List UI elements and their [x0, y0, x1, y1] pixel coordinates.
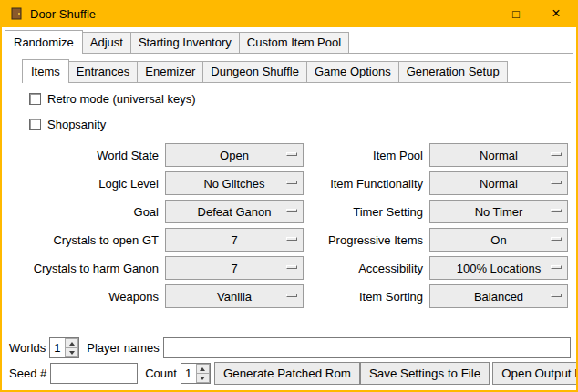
shopsanity-row: Shopsanity [29, 114, 571, 134]
tab-generation-setup[interactable]: Generation Setup [398, 61, 508, 82]
open-output-directory-button[interactable]: Open Output Directory [492, 362, 576, 385]
dropdown-indicator-icon [551, 152, 562, 156]
tab-randomize[interactable]: Randomize [5, 30, 83, 54]
spin-up-icon[interactable] [196, 364, 210, 374]
item-functionality-label: Item Functionality [308, 177, 425, 191]
tab-starting-inventory[interactable]: Starting Inventory [130, 32, 240, 53]
weapons-value: Vanilla [217, 290, 252, 304]
crystals-open-gt-label: Crystals to open GT [22, 233, 160, 247]
dropdown-indicator-icon [551, 237, 562, 241]
footer: Worlds 1 Player names Seed # Count [5, 332, 573, 387]
goal-label: Goal [22, 205, 160, 219]
item-pool-value: Normal [480, 149, 518, 162]
dropdown-indicator-icon [551, 181, 562, 184]
titlebar: Door Shuffle — □ × [2, 0, 576, 27]
window-body: Randomize Adjust Starting Inventory Cust… [2, 27, 576, 390]
item-sorting-dropdown[interactable]: Balanced [429, 284, 568, 308]
item-pool-label: Item Pool [308, 149, 425, 162]
count-stepper[interactable]: 1 [181, 363, 211, 384]
world-state-dropdown[interactable]: Open [165, 143, 304, 167]
crystals-harm-ganon-label: Crystals to harm Ganon [22, 262, 160, 275]
timer-setting-label: Timer Setting [308, 205, 425, 219]
accessibility-dropdown[interactable]: 100% Locations [429, 256, 568, 280]
logic-level-label: Logic Level [22, 177, 160, 191]
outer-tabbar: Randomize Adjust Starting Inventory Cust… [5, 30, 576, 53]
progressive-items-dropdown[interactable]: On [429, 228, 568, 252]
save-settings-button[interactable]: Save Settings to File [360, 362, 490, 385]
app-window: Door Shuffle — □ × Randomize Adjust Star… [0, 0, 578, 392]
dropdown-indicator-icon [286, 152, 297, 156]
randomize-pane: Items Entrances Enemizer Dungeon Shuffle… [5, 53, 573, 387]
goal-value: Defeat Ganon [198, 205, 272, 219]
item-sorting-label: Item Sorting [308, 290, 425, 304]
item-pool-dropdown[interactable]: Normal [429, 143, 568, 167]
count-value: 1 [181, 364, 196, 383]
seed-input[interactable] [50, 363, 138, 384]
item-functionality-dropdown[interactable]: Normal [429, 171, 568, 195]
crystals-harm-ganon-value: 7 [231, 262, 237, 275]
dropdown-indicator-icon [551, 209, 562, 212]
progressive-items-label: Progressive Items [308, 233, 425, 247]
dropdown-indicator-icon [286, 209, 297, 212]
world-state-value: Open [220, 149, 249, 162]
inner-tabbar: Items Entrances Enemizer Dungeon Shuffle… [22, 59, 573, 82]
app-icon [9, 6, 24, 21]
shopsanity-checkbox[interactable] [29, 119, 41, 130]
maximize-icon[interactable]: □ [496, 0, 536, 27]
tab-custom-item-pool[interactable]: Custom Item Pool [239, 32, 349, 53]
worlds-value: 1 [50, 338, 65, 357]
count-stepper-arrows [196, 364, 210, 383]
item-functionality-value: Normal [480, 177, 518, 191]
worlds-label: Worlds [9, 341, 46, 355]
generate-patched-rom-button[interactable]: Generate Patched Rom [214, 362, 360, 385]
seed-row: Seed # Count 1 Generate Patched Rom Save… [9, 362, 571, 385]
minimize-icon[interactable]: — [456, 0, 496, 27]
shopsanity-label: Shopsanity [47, 118, 106, 131]
crystals-harm-ganon-dropdown[interactable]: 7 [165, 256, 304, 280]
options-grid: World State Open Item Pool Normal Logic … [22, 143, 571, 308]
items-pane: Retro mode (universal keys) Shopsanity W… [22, 82, 571, 332]
timer-setting-dropdown[interactable]: No Timer [429, 200, 568, 223]
spin-down-icon[interactable] [196, 374, 210, 383]
player-names-label: Player names [87, 341, 159, 355]
seed-label: Seed # [9, 366, 46, 380]
spin-down-icon[interactable] [65, 348, 78, 357]
dropdown-indicator-icon [286, 294, 297, 297]
weapons-dropdown[interactable]: Vanilla [165, 284, 304, 308]
dropdown-indicator-icon [286, 265, 297, 269]
accessibility-label: Accessibility [308, 262, 425, 275]
worlds-row: Worlds 1 Player names [9, 337, 571, 358]
tab-entrances[interactable]: Entrances [68, 61, 139, 82]
tab-dungeon-shuffle[interactable]: Dungeon Shuffle [202, 61, 307, 82]
worlds-stepper-arrows [65, 338, 78, 357]
retro-mode-checkbox[interactable] [29, 93, 41, 105]
logic-level-dropdown[interactable]: No Glitches [165, 171, 304, 195]
world-state-label: World State [22, 149, 160, 162]
accessibility-value: 100% Locations [457, 262, 542, 275]
goal-dropdown[interactable]: Defeat Ganon [165, 200, 304, 223]
retro-mode-row: Retro mode (universal keys) [29, 88, 571, 108]
count-label: Count [145, 366, 177, 380]
weapons-label: Weapons [22, 290, 160, 304]
close-icon[interactable]: × [536, 0, 576, 27]
tab-items[interactable]: Items [22, 59, 69, 83]
tab-enemizer[interactable]: Enemizer [137, 61, 203, 82]
timer-setting-value: No Timer [475, 205, 523, 219]
retro-mode-label: Retro mode (universal keys) [47, 92, 196, 106]
progressive-items-value: On [490, 233, 506, 247]
dropdown-indicator-icon [551, 265, 562, 269]
player-names-input[interactable] [163, 337, 571, 358]
item-sorting-value: Balanced [474, 290, 523, 304]
dropdown-indicator-icon [286, 181, 297, 184]
dropdown-indicator-icon [286, 237, 297, 241]
crystals-open-gt-value: 7 [231, 233, 237, 247]
dropdown-indicator-icon [551, 294, 562, 297]
tab-game-options[interactable]: Game Options [306, 61, 399, 82]
tab-adjust[interactable]: Adjust [82, 32, 131, 53]
worlds-stepper[interactable]: 1 [49, 337, 79, 358]
spin-up-icon[interactable] [65, 338, 78, 348]
window-controls: — □ × [456, 0, 576, 27]
logic-level-value: No Glitches [203, 177, 264, 191]
crystals-open-gt-dropdown[interactable]: 7 [165, 228, 304, 252]
window-title: Door Shuffle [30, 7, 96, 21]
